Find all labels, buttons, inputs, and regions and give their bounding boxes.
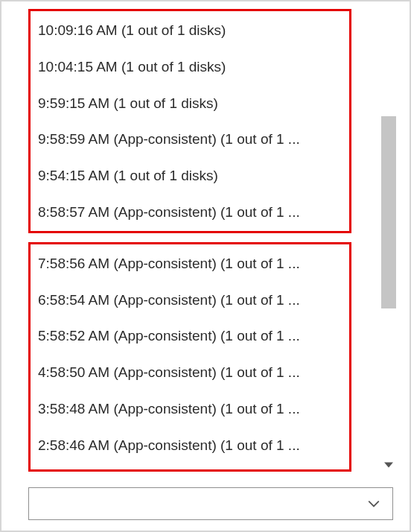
list-item[interactable]: 8:58:57 AM (App-consistent) (1 out of 1 … — [38, 194, 349, 231]
list-item[interactable]: 10:09:16 AM (1 out of 1 disks) — [38, 13, 349, 49]
highlight-group-hourly: 7:58:56 AM (App-consistent) (1 out of 1 … — [28, 242, 351, 472]
recovery-point-list: 10:09:16 AM (1 out of 1 disks) 10:04:15 … — [1, 9, 410, 472]
panel: 10:09:16 AM (1 out of 1 disks) 10:04:15 … — [0, 0, 411, 532]
recovery-point-dropdown[interactable] — [28, 487, 393, 520]
scrollbar-track[interactable] — [381, 9, 396, 463]
recovery-point-list-scroll: 10:09:16 AM (1 out of 1 disks) 10:04:15 … — [1, 9, 410, 463]
list-item[interactable]: 6:58:54 AM (App-consistent) (1 out of 1 … — [38, 282, 349, 319]
scrollbar-thumb[interactable] — [381, 116, 396, 308]
list-item[interactable]: 4:58:50 AM (App-consistent) (1 out of 1 … — [38, 355, 349, 391]
list-item[interactable]: 3:58:48 AM (App-consistent) (1 out of 1 … — [38, 391, 349, 428]
list-item[interactable]: 2:58:46 AM (App-consistent) (1 out of 1 … — [38, 428, 349, 464]
list-item[interactable]: 9:58:59 AM (App-consistent) (1 out of 1 … — [38, 121, 349, 158]
chevron-down-icon — [367, 497, 380, 510]
svg-marker-0 — [384, 462, 393, 467]
list-item[interactable]: 9:59:15 AM (1 out of 1 disks) — [38, 86, 349, 122]
highlight-group-recent: 10:09:16 AM (1 out of 1 disks) 10:04:15 … — [28, 9, 351, 233]
list-item[interactable]: 9:54:15 AM (1 out of 1 disks) — [38, 158, 349, 194]
list-item[interactable]: 7:58:56 AM (App-consistent) (1 out of 1 … — [38, 246, 349, 282]
list-item[interactable]: 5:58:52 AM (App-consistent) (1 out of 1 … — [38, 318, 349, 355]
list-item[interactable]: 10:04:15 AM (1 out of 1 disks) — [38, 49, 349, 86]
scroll-down-arrow-icon[interactable] — [381, 457, 396, 472]
